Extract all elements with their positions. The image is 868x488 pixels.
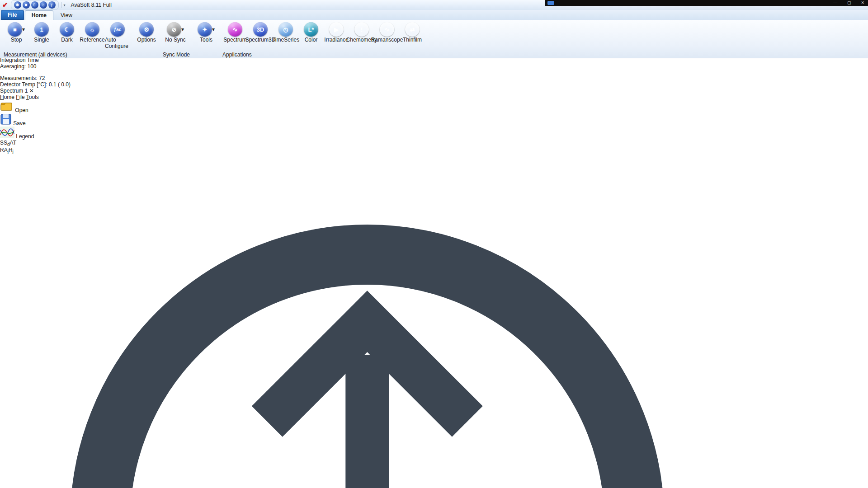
reference-button[interactable]: ☼Reference [80,21,105,43]
measure-mode-r-button[interactable]: R [0,147,4,153]
open-button[interactable]: Open [0,100,868,113]
ribbon-groups: ■▾Stop1Single☾Dark☼ReferenceƒacAuto Conf… [0,20,427,58]
ribbon-group: ∿Spectrum3DSpectrum3D◷TimeSeriesL*Color▶… [221,20,427,58]
dropdown-caret-icon[interactable]: ▾ [181,26,184,33]
stop-icon[interactable]: ■ [23,1,30,9]
dark-label: Dark [61,37,72,43]
ribbon-group: ⊘▾No SyncSync Mode [161,20,192,58]
single-button[interactable]: 1Single [29,21,54,43]
spectrum-tab-tools[interactable]: Tools [26,94,39,100]
stop-button[interactable]: ■▾Stop [4,21,29,43]
color-icon: L* [304,22,318,37]
spectrum-tab-home[interactable]: Home [0,94,14,100]
legend-button[interactable]: Legend [0,127,868,140]
single-icon: 1 [34,22,49,37]
measure-mode-t-button[interactable]: T [13,140,16,146]
spectrum-tab-file[interactable]: File [16,94,24,100]
measurements-value: Measurements: 72 [0,75,868,81]
timeseries-label: TimeSeries [272,37,299,43]
options-label: Options [137,37,156,43]
spectrum3d-button[interactable]: 3DSpectrum3D [248,21,273,43]
measure-mode-s-button[interactable]: S [0,140,4,146]
wrench-icon[interactable]: ✱ [14,1,21,9]
ribbon-tab-strip: File Home View [0,10,868,20]
options-icon: ⚙ [139,22,154,37]
dropdown-caret-icon[interactable]: ▾ [212,26,215,33]
window-controls-bar: — ▢ ✕ [545,0,868,6]
close-tab-icon[interactable]: ✕ [29,88,34,94]
zoom-unzoom-icon[interactable] [0,155,868,488]
irradiance-icon: ▶ [329,22,344,37]
color-label: Color [305,37,318,43]
scale-option-buttons: ▾ [0,155,868,488]
ramanscope-button[interactable]: ∿Ramanscope [374,21,400,43]
ribbon: ■▾Stop1Single☾Dark☼ReferenceƒacAuto Conf… [0,20,868,58]
reference-icon: ☼ [85,22,99,37]
measure-mode-buttons: SSdAT RAjRj [0,140,868,155]
single-label: Single [34,37,49,43]
color-button[interactable]: L*Color [298,21,324,43]
maximize-button[interactable]: ▢ [847,0,851,6]
thinfilm-button[interactable]: ⇄Thinfilm [400,21,425,43]
measure-mode-row2: RAjRj [0,147,868,154]
thinfilm-label: Thinfilm [403,37,422,43]
stop-icon: ■ [8,22,22,37]
spectrum3d-label: Spectrum3D [245,37,276,43]
ramanscope-label: Ramanscope [371,37,403,43]
irradiance-button[interactable]: ▶Irradiance [324,21,349,43]
tab-view[interactable]: View [54,11,79,20]
tab-file[interactable]: File [1,10,24,20]
minimize-button[interactable]: — [833,0,837,6]
thinfilm-icon: ⇄ [405,22,420,37]
timeseries-button[interactable]: ◷TimeSeries [273,21,298,43]
dark-icon: ☾ [60,22,74,37]
stop-label: Stop [11,37,22,43]
measure-mode-row1: SSdAT [0,140,868,147]
document-tab-strip: Spectrum 1 ✕ [0,88,868,94]
measure-mode-rj-button[interactable]: Rj [9,147,14,153]
quick-access: ✱■☾☼ƒ [11,0,59,10]
no-sync-button[interactable]: ⊘▾No Sync [163,21,188,43]
ramanscope-icon: ∿ [380,22,394,37]
auto-configure-icon[interactable]: ƒ [48,1,56,9]
quick-access-caret-icon[interactable]: ▾ [64,3,66,7]
options-button[interactable]: ⚙Options [134,21,159,43]
auto-configure-button[interactable]: ƒacAuto Configure [105,21,130,49]
save-button[interactable]: Save [0,113,868,127]
dark-icon[interactable]: ☾ [31,1,38,9]
averaging-value-link[interactable]: 100 [28,63,37,70]
ribbon-group-label: Measurement (all devices) [4,52,130,58]
measure-mode-sd-button[interactable]: Sd [4,140,10,146]
divider [61,2,61,8]
reference-label: Reference [80,37,104,43]
folder-icon [0,100,14,112]
dark-button[interactable]: ☾Dark [54,21,80,43]
floppy-icon [0,113,12,125]
averaging-label: Averaging: [0,63,26,70]
close-button[interactable]: ✕ [861,0,864,6]
tab-spectrum-1[interactable]: Spectrum 1 ✕ [0,88,868,94]
dropdown-caret-icon[interactable]: ▾ [22,26,25,33]
player-icon [547,1,554,5]
reference-icon[interactable]: ☼ [40,1,47,9]
timeseries-icon: ◷ [278,22,293,37]
measure-mode-a-button[interactable]: A [10,140,13,146]
irradiance-label: Irradiance [324,37,348,43]
chemometry-button[interactable]: !Chemometry [349,21,374,43]
chemometry-icon: ! [354,22,369,37]
ribbon-group: ⚙Options [132,20,161,58]
no-sync-label: No Sync [165,37,185,43]
tab-home[interactable]: Home [25,10,53,20]
detector-temp-value: Detector Temp [°C]: 0.1 ( 0.0) [0,81,868,88]
auto-configure-label: Auto Configure [105,37,130,49]
legend-icon [0,127,14,138]
ribbon-group: ■▾Stop1Single☾Dark☼ReferenceƒacAuto Conf… [2,20,132,58]
tools-button[interactable]: ✦▾Tools [193,21,219,43]
app-window: ✔ ✱■☾☼ƒ ▾ AvaSoft 8.11 Full — ▢ ✕ File H… [0,0,868,488]
tools-label: Tools [200,37,212,43]
measure-mode-aj-button[interactable]: Aj [4,147,9,153]
app-logo-icon: ✔ [2,1,8,9]
spectrum-ribbon: Home File Tools Open Save [0,94,868,488]
ribbon-group-label: Sync Mode [163,52,190,58]
spectrum-button[interactable]: ∿Spectrum [222,21,248,43]
